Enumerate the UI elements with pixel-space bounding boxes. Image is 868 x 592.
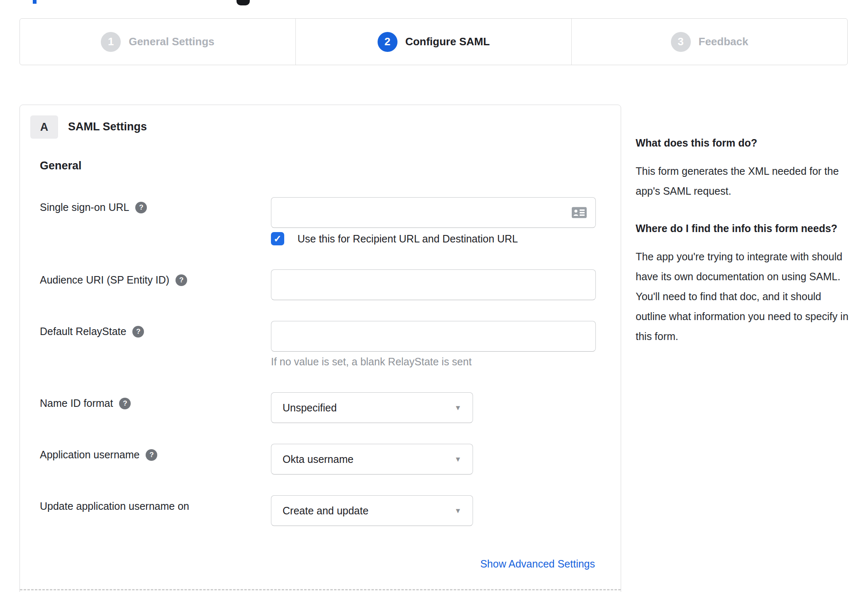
- sidebar-heading-2: Where do I find the info this form needs…: [636, 221, 850, 236]
- application-username-label-text: Application username: [40, 448, 139, 461]
- default-relaystate-label: Default RelayState ?: [40, 325, 144, 338]
- step-3-label: Feedback: [699, 35, 749, 48]
- default-relaystate-input[interactable]: [271, 321, 596, 352]
- update-username-value: Create and update: [271, 505, 454, 517]
- step-general-settings[interactable]: 1 General Settings: [20, 19, 295, 65]
- show-advanced-settings-link[interactable]: Show Advanced Settings: [480, 558, 595, 570]
- name-id-format-select[interactable]: Unspecified ▼: [271, 392, 473, 423]
- help-icon[interactable]: ?: [135, 202, 147, 213]
- help-icon[interactable]: ?: [146, 449, 157, 461]
- update-username-label-text: Update application username on: [40, 500, 189, 513]
- dropdown-caret-icon: ▼: [454, 507, 473, 514]
- step-configure-saml[interactable]: 2 Configure SAML: [295, 19, 571, 65]
- default-relaystate-label-text: Default RelayState: [40, 325, 126, 338]
- help-icon[interactable]: ?: [132, 326, 144, 338]
- recipient-url-checkbox-row: Use this for Recipient URL and Destinati…: [271, 232, 518, 245]
- contact-card-icon[interactable]: [572, 207, 587, 218]
- audience-uri-label-text: Audience URI (SP Entity ID): [40, 274, 169, 286]
- step-2-label: Configure SAML: [405, 35, 490, 48]
- step-1-label: General Settings: [129, 35, 215, 48]
- recipient-url-checkbox-label: Use this for Recipient URL and Destinati…: [297, 233, 518, 245]
- application-username-value: Okta username: [271, 453, 454, 465]
- help-icon[interactable]: ?: [119, 398, 131, 409]
- application-username-select[interactable]: Okta username ▼: [271, 444, 473, 475]
- wizard-stepper: 1 General Settings 2 Configure SAML 3 Fe…: [20, 18, 848, 65]
- name-id-format-label: Name ID format ?: [40, 397, 131, 410]
- update-username-label: Update application username on: [40, 500, 189, 513]
- name-id-format-value: Unspecified: [271, 402, 454, 414]
- application-username-label: Application username ?: [40, 448, 157, 461]
- sidebar-paragraph-2: The app you're trying to integrate with …: [636, 247, 850, 346]
- audience-uri-input[interactable]: [271, 269, 596, 300]
- sidebar-paragraph-1: This form generates the XML needed for t…: [636, 161, 850, 201]
- section-badge: A: [30, 115, 58, 139]
- cropped-logo-fragment: [33, 0, 37, 4]
- cropped-icon-fragment: [237, 0, 250, 5]
- sso-url-label-text: Single sign-on URL: [40, 201, 129, 214]
- group-heading-general: General: [40, 159, 82, 172]
- sso-url-input[interactable]: [271, 197, 596, 228]
- audience-uri-label: Audience URI (SP Entity ID) ?: [40, 274, 187, 286]
- step-1-circle: 1: [101, 32, 121, 52]
- step-2-circle: 2: [378, 32, 397, 52]
- update-username-select[interactable]: Create and update ▼: [271, 495, 473, 526]
- configure-saml-page: { "colors": { "accent_blue": "#1662dd", …: [0, 0, 868, 592]
- step-feedback[interactable]: 3 Feedback: [571, 19, 847, 65]
- step-3-circle: 3: [671, 32, 691, 52]
- panel-title: SAML Settings: [68, 120, 147, 133]
- recipient-url-checkbox[interactable]: [271, 232, 284, 245]
- sso-url-input-wrap: [271, 197, 596, 228]
- help-icon[interactable]: ?: [176, 274, 187, 286]
- help-sidebar: What does this form do? This form genera…: [636, 135, 850, 366]
- sso-url-label: Single sign-on URL ?: [40, 201, 147, 214]
- section-divider-dashed: [20, 589, 621, 590]
- relaystate-hint: If no value is set, a blank RelayState i…: [271, 356, 472, 368]
- saml-settings-panel: A SAML Settings General Single sign-on U…: [20, 105, 621, 592]
- dropdown-caret-icon: ▼: [454, 404, 473, 411]
- dropdown-caret-icon: ▼: [454, 456, 473, 463]
- sidebar-heading-1: What does this form do?: [636, 135, 850, 150]
- name-id-format-label-text: Name ID format: [40, 397, 113, 410]
